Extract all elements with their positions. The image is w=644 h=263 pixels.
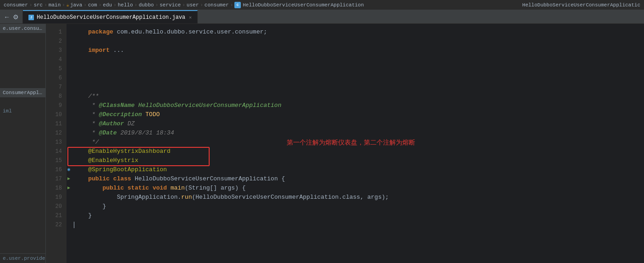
bc-user[interactable]: user — [187, 2, 199, 8]
line-number-21: 21 — [46, 211, 67, 220]
token: ... — [110, 47, 124, 54]
back-button[interactable]: ← — [4, 13, 10, 21]
token: @Date — [99, 129, 117, 136]
java-file-icon: J — [28, 15, 34, 20]
line-number-12: 12 — [46, 129, 67, 138]
sidebar-consumer-item[interactable]: e.user.consumer — [0, 24, 45, 33]
sidebar-iml-item[interactable]: iml — [0, 106, 45, 116]
code-line-16: ◉ @SpringBootApplication — [74, 165, 644, 174]
code-line-3: import ... — [74, 46, 644, 55]
code-line-4 — [74, 55, 644, 64]
code-line-6 — [74, 73, 644, 83]
code-line-7 — [74, 83, 644, 92]
line-number-10: 10 — [46, 110, 67, 119]
sidebar-provider-item[interactable]: e.user.provider — [0, 253, 45, 263]
editor-layout: e.user.consumer ConsumerApplicati iml e.… — [0, 24, 644, 263]
code-line-19: SpringApplication.run(HelloDubboServiceU… — [74, 193, 644, 202]
sidebar-consumer-app-item[interactable]: ConsumerApplicati — [0, 88, 45, 97]
bc-main[interactable]: main — [49, 2, 61, 8]
token: * — [74, 102, 99, 109]
line-number-5: 5 — [46, 64, 67, 73]
token: @Author — [99, 120, 124, 127]
code-line-20: } — [74, 202, 644, 211]
token: @EnableHystrixDashboard — [88, 148, 170, 155]
bc-app-label: HelloDubboServiceUserConsumerApplication — [243, 2, 364, 8]
token: 2019/8/31 18:34 — [117, 129, 174, 136]
bc-consumer[interactable]: consumer — [4, 2, 28, 8]
bc-app-class[interactable]: C HelloDubboServiceUserConsumerApplicati… — [234, 2, 364, 8]
settings-button[interactable]: ⚙ — [13, 13, 19, 21]
breadcrumb-bar: consumer › src › main › ☕ java › com › e… — [0, 0, 644, 10]
token: SpringApplication — [117, 194, 178, 201]
code-line-10: * @Deccription TODO — [74, 110, 644, 119]
token: * — [74, 111, 99, 118]
breadcrumb-right-title: HelloDubboServiceUserConsumerApplicatic — [522, 2, 640, 8]
token: TODO — [145, 111, 160, 118]
line-number-6: 6 — [46, 73, 67, 83]
token: class — [113, 175, 131, 182]
bc-hello[interactable]: hello — [118, 2, 133, 8]
token — [142, 111, 145, 118]
token: HelloDubboServiceUserConsumerApplication — [195, 194, 339, 201]
token: public — [102, 185, 124, 191]
line-number-17: 17 — [46, 174, 67, 184]
token: com.edu.hello.dubbo.service.user.consume… — [113, 28, 267, 35]
tab-bar: ← ⚙ J HelloDubboServiceUserConsumerAppli… — [0, 10, 644, 24]
token — [74, 166, 88, 173]
tab-label: HelloDubboServiceUserConsumerApplication… — [37, 14, 185, 21]
line-number-18: 18 — [46, 184, 67, 193]
code-line-8: /** — [74, 92, 644, 101]
token: package — [88, 28, 113, 35]
token — [74, 185, 102, 191]
token — [74, 47, 88, 54]
code-editor[interactable]: 12345678910111213141516171819202122 第一个注… — [46, 24, 644, 263]
token: /** — [88, 93, 99, 100]
line-number-20: 20 — [46, 202, 67, 211]
token: * — [74, 120, 99, 127]
bc-src-label: src — [33, 2, 43, 8]
line-number-9: 9 — [46, 101, 67, 110]
main-tab[interactable]: J HelloDubboServiceUserConsumerApplicati… — [23, 10, 198, 23]
token — [149, 185, 153, 191]
line-number-22: 22 — [46, 220, 67, 229]
token — [74, 93, 88, 100]
bc-edu[interactable]: edu — [103, 2, 112, 8]
bc-java[interactable]: ☕ java — [67, 2, 82, 8]
token: import — [88, 47, 110, 54]
bc-dubbo[interactable]: dubbo — [139, 2, 154, 8]
token: @Deccription — [99, 111, 142, 118]
token — [110, 175, 113, 182]
bc-com[interactable]: com — [88, 2, 97, 8]
bc-consumer2[interactable]: consumer — [205, 2, 229, 8]
token: * — [74, 129, 99, 136]
code-line-1: package com.edu.hello.dubbo.service.user… — [74, 28, 644, 37]
code-line-12: * @Date 2019/8/31 18:34 — [74, 129, 644, 138]
bc-consumer-label: consumer — [4, 2, 28, 8]
token — [74, 148, 88, 155]
bc-src[interactable]: src — [33, 2, 43, 8]
token: } — [74, 203, 106, 210]
code-line-22 — [74, 220, 644, 229]
line-17-run-marker[interactable]: ▶ — [67, 174, 70, 184]
bc-service[interactable]: service — [160, 2, 181, 8]
sidebar-gutter: e.user.consumer ConsumerApplicati iml e.… — [0, 24, 46, 263]
class-icon: C — [234, 2, 241, 8]
line-number-4: 4 — [46, 55, 67, 64]
token — [74, 194, 117, 201]
token — [74, 157, 88, 164]
line-number-7: 7 — [46, 83, 67, 92]
line-number-14: 14 — [46, 147, 67, 156]
tab-close-button[interactable]: ✕ — [189, 15, 192, 20]
line-16-marker: ◉ — [67, 165, 70, 174]
line-number-3: 3 — [46, 46, 67, 55]
token: HelloDubboServiceUserConsumerApplication — [135, 102, 282, 109]
token: void — [153, 185, 167, 191]
code-content[interactable]: 第一个注解为熔断仪表盘，第二个注解为熔断 package com.edu.hel… — [67, 24, 644, 263]
line-18-run-marker[interactable]: ▶ — [67, 184, 70, 193]
token: .class, args); — [339, 194, 389, 201]
token: */ — [74, 139, 99, 145]
bc-main-label: main — [49, 2, 61, 8]
token: main — [171, 185, 185, 191]
line-number-2: 2 — [46, 37, 67, 46]
line-number-16: 16 — [46, 165, 67, 174]
